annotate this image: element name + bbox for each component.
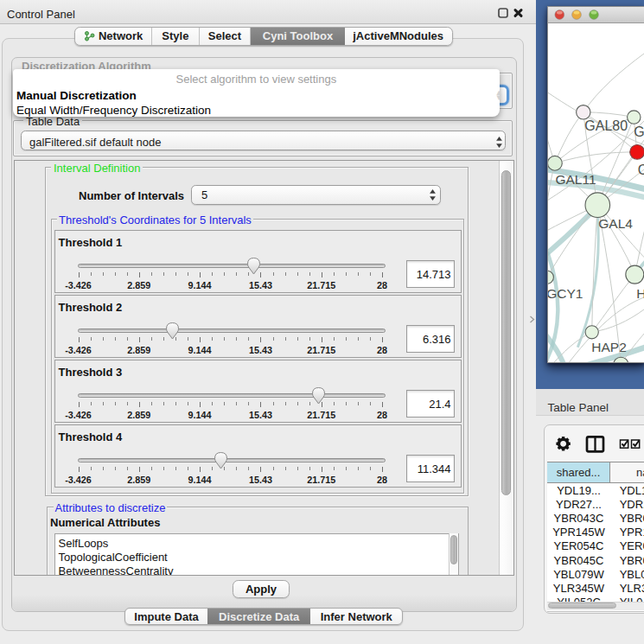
svg-text:G.: G. — [634, 124, 644, 139]
svg-text:GAL80: GAL80 — [584, 118, 628, 133]
svg-text:HAP2: HAP2 — [591, 340, 626, 354]
svg-text:GCY1: GCY1 — [548, 286, 583, 301]
svg-text:GAL11: GAL11 — [555, 172, 596, 187]
svg-text:GAL4: GAL4 — [598, 216, 633, 231]
svg-text:H: H — [636, 286, 644, 301]
svg-text:C: C — [637, 163, 643, 177]
